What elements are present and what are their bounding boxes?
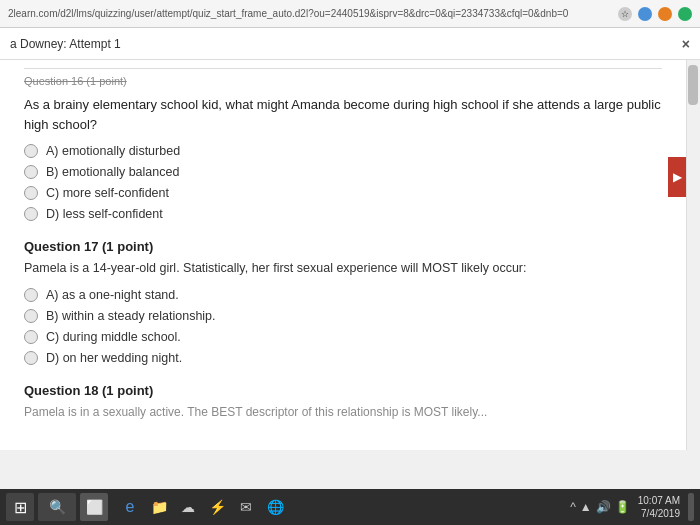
power-icon[interactable]: ⚡ [205,495,229,519]
show-desktop-button[interactable] [688,493,694,521]
q16-text: As a brainy elementary school kid, what … [24,95,662,134]
q17-option-b-label: B) within a steady relationship. [46,309,216,323]
star-icon[interactable]: ☆ [618,7,632,21]
q18-header: Question 18 (1 point) [24,383,662,398]
search-icon: 🔍 [49,499,66,515]
address-bar: 2learn.com/d2l/lms/quizzing/user/attempt… [8,8,610,19]
file-explorer-icon[interactable]: 📁 [147,495,171,519]
volume-icon[interactable]: 🔊 [596,500,611,514]
q16-radio-a[interactable] [24,144,38,158]
edge-icon[interactable]: e [118,495,142,519]
q17-option-d-label: D) on her wedding night. [46,351,182,365]
window-titlebar: a Downey: Attempt 1 × [0,28,700,60]
current-date: 7/4/2019 [638,507,680,520]
q17-text: Pamela is a 14-year-old girl. Statistica… [24,260,662,278]
quiz-content: Question 16 (1 point) As a brainy elemen… [0,60,686,450]
q17-radio-c[interactable] [24,330,38,344]
q16-option-c[interactable]: C) more self-confident [24,186,662,200]
browser-chrome: 2learn.com/d2l/lms/quizzing/user/attempt… [0,0,700,28]
q18-text: Pamela is in a sexually active. The BEST… [24,404,662,421]
q17-header: Question 17 (1 point) [24,239,662,254]
q16-radio-c[interactable] [24,186,38,200]
partial-question-top: Question 16 (1 point) [24,68,662,87]
q16-radio-d[interactable] [24,207,38,221]
question-18-block: Question 18 (1 point) Pamela is in a sex… [24,383,662,421]
windows-icon: ⊞ [14,498,27,517]
q16-option-b-label: B) emotionally balanced [46,165,179,179]
time-display: 10:07 AM 7/4/2019 [638,494,680,520]
q17-radio-d[interactable] [24,351,38,365]
start-button[interactable]: ⊞ [6,493,34,521]
taskbar-right: ^ ▲ 🔊 🔋 10:07 AM 7/4/2019 [570,493,694,521]
circle-icon-1[interactable] [638,7,652,21]
window-title: a Downey: Attempt 1 [10,37,121,51]
q17-option-c-label: C) during middle school. [46,330,181,344]
circle-icon-2[interactable] [658,7,672,21]
q16-option-b[interactable]: B) emotionally balanced [24,165,662,179]
taskbar-apps: e 📁 ☁ ⚡ ✉ 🌐 [118,495,287,519]
q17-options: A) as a one-night stand. B) within a ste… [24,288,662,365]
q16-radio-b[interactable] [24,165,38,179]
q17-radio-b[interactable] [24,309,38,323]
q17-option-d[interactable]: D) on her wedding night. [24,351,662,365]
network-icon[interactable]: ▲ [580,500,592,514]
current-time: 10:07 AM [638,494,680,507]
q17-option-b[interactable]: B) within a steady relationship. [24,309,662,323]
q16-options: A) emotionally disturbed B) emotionally … [24,144,662,221]
browser-icons: ☆ [618,7,692,21]
onedrive-icon[interactable]: ☁ [176,495,200,519]
question-17-block: Question 17 (1 point) Pamela is a 14-yea… [24,239,662,365]
task-view-icon: ⬜ [86,499,103,515]
system-tray: ^ ▲ 🔊 🔋 [570,500,630,514]
show-hidden-icon[interactable]: ^ [570,500,576,514]
taskbar: ⊞ 🔍 ⬜ e 📁 ☁ ⚡ ✉ 🌐 ^ ▲ 🔊 🔋 10:07 AM 7/4/2… [0,489,700,525]
mail-icon[interactable]: ✉ [234,495,258,519]
q17-option-c[interactable]: C) during middle school. [24,330,662,344]
quiz-container: Question 16 (1 point) As a brainy elemen… [0,60,700,450]
close-button[interactable]: × [682,36,690,52]
search-button[interactable]: 🔍 [38,493,76,521]
scroll-thumb[interactable] [688,65,698,105]
taskbar-left: ⊞ 🔍 ⬜ e 📁 ☁ ⚡ ✉ 🌐 [6,493,287,521]
task-view-button[interactable]: ⬜ [80,493,108,521]
q17-radio-a[interactable] [24,288,38,302]
q17-option-a-label: A) as a one-night stand. [46,288,179,302]
q16-option-c-label: C) more self-confident [46,186,169,200]
next-page-arrow[interactable]: ▶ [668,157,686,197]
browser-icon-taskbar[interactable]: 🌐 [263,495,287,519]
circle-icon-3[interactable] [678,7,692,21]
q16-option-a[interactable]: A) emotionally disturbed [24,144,662,158]
q16-option-a-label: A) emotionally disturbed [46,144,180,158]
question-16-block: As a brainy elementary school kid, what … [24,95,662,221]
q16-option-d[interactable]: D) less self-confident [24,207,662,221]
q17-option-a[interactable]: A) as a one-night stand. [24,288,662,302]
battery-icon[interactable]: 🔋 [615,500,630,514]
q16-option-d-label: D) less self-confident [46,207,163,221]
scrollbar[interactable] [686,60,700,450]
